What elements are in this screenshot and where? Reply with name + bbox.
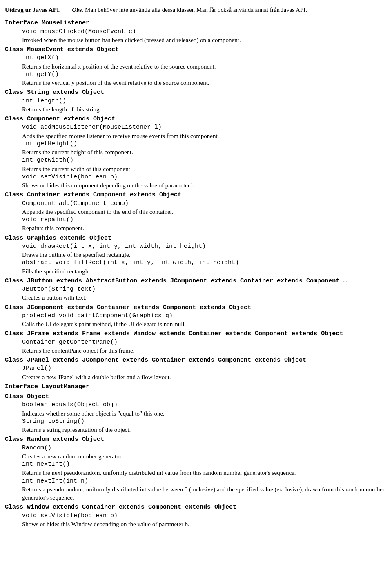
class-member: int nextInt(int n)Returns a pseudorandom…: [5, 477, 387, 502]
api-section: Interface LayoutManager: [5, 383, 387, 391]
member-description: Indicates whether some other object is "…: [22, 409, 387, 418]
class-heading: Class JButton extends AbstractButton ext…: [5, 277, 387, 285]
class-member: Component add(Component comp)Appends the…: [5, 200, 387, 216]
member-description: Returns a pseudorandom, uniformly distri…: [22, 485, 387, 502]
class-heading: Interface MouseListener: [5, 19, 387, 27]
member-description: Returns the contentPane object for this …: [22, 347, 387, 355]
member-signature: boolean equals(Object obj): [22, 401, 387, 409]
member-signature: void drawRect(int x, int y, int width, i…: [22, 242, 387, 251]
api-section: Class JFrame extends Frame extends Windo…: [5, 330, 387, 355]
member-signature: int getHeight(): [22, 140, 387, 148]
class-member: int length()Returns the length of this s…: [5, 97, 387, 114]
member-signature: int nextInt(int n): [22, 477, 387, 485]
member-description: Returns the next pseudorandom, uniformly…: [22, 469, 387, 477]
class-member: JButton(String text)Creates a button wit…: [5, 285, 387, 302]
class-heading: Interface LayoutManager: [5, 383, 387, 391]
member-description: Returns the length of this string.: [22, 105, 387, 113]
api-section: Class JComponent extends Container exten…: [5, 304, 387, 329]
api-section: Class Random extends ObjectRandom()Creat…: [5, 436, 387, 502]
class-heading: Class JPanel extends JComponent extends …: [5, 356, 387, 365]
api-section: Class Objectboolean equals(Object obj)In…: [5, 393, 387, 434]
page-header: Utdrag ur Javas API. Obs. Man behöver in…: [5, 6, 387, 15]
api-section: Interface MouseListenervoid mouseClicked…: [5, 19, 387, 44]
header-obs-label: Obs.: [72, 7, 83, 13]
member-description: Draws the outline of the specified recta…: [22, 251, 387, 259]
member-signature: int nextInt(): [22, 460, 387, 469]
class-heading: Class String extends Object: [5, 89, 387, 97]
class-heading: Class Component extends Object: [5, 115, 387, 123]
class-heading: Class Container extends Component extend…: [5, 191, 387, 199]
member-signature: abstract void fillRect(int x, int y, int…: [22, 259, 387, 267]
member-description: Fills the specified rectangle.: [22, 267, 387, 276]
class-member: String toString()Returns a string repres…: [5, 418, 387, 434]
member-signature: Random(): [22, 444, 387, 452]
class-heading: Class Window extends Container extends C…: [5, 503, 387, 511]
member-signature: String toString(): [22, 418, 387, 426]
member-signature: int getX(): [22, 54, 387, 62]
member-description: Adds the specified mouse listener to rec…: [22, 132, 387, 140]
member-signature: void repaint(): [22, 216, 387, 224]
class-heading: Class JComponent extends Container exten…: [5, 304, 387, 312]
class-member: int nextInt()Returns the next pseudorand…: [5, 460, 387, 477]
class-member: int getX()Returns the horizontal x posit…: [5, 54, 387, 71]
member-signature: int length(): [22, 97, 387, 105]
member-description: Invoked when the mouse button has been c…: [22, 36, 387, 44]
class-member: int getWidth()Returns the current width …: [5, 156, 387, 173]
member-description: Returns the current width of this compon…: [22, 165, 387, 173]
api-section: Class Window extends Container extends C…: [5, 503, 387, 528]
class-heading: Class MouseEvent extends Object: [5, 46, 387, 54]
member-signature: int getWidth(): [22, 156, 387, 165]
member-description: Creates a new random number generator.: [22, 452, 387, 460]
member-description: Repaints this component.: [22, 224, 387, 232]
member-signature: JPanel(): [22, 365, 387, 373]
api-content: Interface MouseListenervoid mouseClicked…: [5, 19, 387, 528]
api-section: Class MouseEvent extends Objectint getX(…: [5, 46, 387, 87]
class-member: Random()Creates a new random number gene…: [5, 444, 387, 461]
class-member: boolean equals(Object obj)Indicates whet…: [5, 401, 387, 418]
class-member: void drawRect(int x, int y, int width, i…: [5, 242, 387, 259]
class-member: void repaint()Repaints this component.: [5, 216, 387, 233]
member-signature: void setVisible(boolean b): [22, 512, 387, 520]
header-title: Utdrag ur Javas API.: [5, 6, 60, 14]
class-heading: Class Random extends Object: [5, 436, 387, 444]
class-heading: Class JFrame extends Frame extends Windo…: [5, 330, 387, 338]
class-member: void addMouseListener(MouseListener l)Ad…: [5, 123, 387, 140]
member-description: Shows or hides this component depending …: [22, 181, 387, 189]
member-description: Appends the specified component to the e…: [22, 208, 387, 216]
class-member: protected void paintComponent(Graphics g…: [5, 312, 387, 329]
header-note: Obs. Man behöver inte använda alla dessa…: [72, 6, 307, 14]
class-member: JPanel()Creates a new JPanel with a doub…: [5, 365, 387, 381]
class-member: Container getContentPane()Returns the co…: [5, 338, 387, 355]
member-signature: void addMouseListener(MouseListener l): [22, 123, 387, 131]
member-description: Returns the vertical y position of the e…: [22, 79, 387, 87]
member-signature: int getY(): [22, 71, 387, 79]
member-signature: protected void paintComponent(Graphics g…: [22, 312, 387, 320]
api-section: Class String extends Objectint length()R…: [5, 89, 387, 113]
member-description: Returns the horizontal x position of the…: [22, 62, 387, 71]
member-signature: JButton(String text): [22, 285, 387, 294]
class-member: void setVisible(boolean b)Shows or hides…: [5, 173, 387, 190]
class-member: abstract void fillRect(int x, int y, int…: [5, 259, 387, 276]
api-section: Class Component extends Objectvoid addMo…: [5, 115, 387, 189]
member-signature: void mouseClicked(MouseEvent e): [22, 28, 387, 36]
member-signature: Component add(Component comp): [22, 200, 387, 208]
member-signature: Container getContentPane(): [22, 338, 387, 347]
class-member: void mouseClicked(MouseEvent e)Invoked w…: [5, 28, 387, 44]
header-note-text: Man behöver inte använda alla dessa klas…: [83, 7, 307, 13]
api-section: Class JButton extends AbstractButton ext…: [5, 277, 387, 302]
member-description: Creates a new JPanel with a double buffe…: [22, 373, 387, 381]
api-section: Class Container extends Component extend…: [5, 191, 387, 232]
class-heading: Class Object: [5, 393, 387, 401]
member-description: Shows or hides this Window depending on …: [22, 520, 387, 528]
class-member: void setVisible(boolean b)Shows or hides…: [5, 512, 387, 529]
class-heading: Class Graphics extends Object: [5, 234, 387, 242]
class-member: int getY()Returns the vertical y positio…: [5, 71, 387, 87]
api-section: Class Graphics extends Objectvoid drawRe…: [5, 234, 387, 276]
member-description: Returns a string representation of the o…: [22, 426, 387, 434]
member-description: Calls the UI delegate's paint method, if…: [22, 320, 387, 328]
member-signature: void setVisible(boolean b): [22, 173, 387, 181]
api-section: Class JPanel extends JComponent extends …: [5, 356, 387, 381]
class-member: int getHeight()Returns the current heigh…: [5, 140, 387, 157]
member-description: Returns the current height of this compo…: [22, 148, 387, 156]
member-description: Creates a button with text.: [22, 294, 387, 302]
